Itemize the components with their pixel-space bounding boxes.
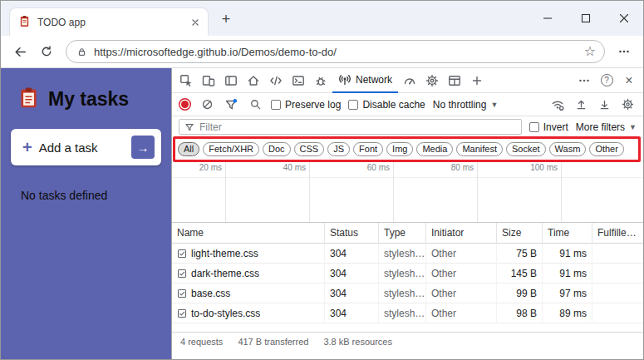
more-filters-dropdown[interactable]: More filters ▼ xyxy=(576,121,637,133)
add-task-button[interactable]: + Add a task → xyxy=(11,129,161,165)
filter-chip-media[interactable]: Media xyxy=(416,142,453,156)
lock-icon xyxy=(76,47,87,57)
inspect-icon[interactable] xyxy=(175,70,197,91)
cell-time: 89 ms xyxy=(543,303,592,323)
column-header-fulfilled[interactable]: Fulfille… xyxy=(592,223,643,244)
filter-chip-css[interactable]: CSS xyxy=(294,142,325,156)
tick-label: 40 ms xyxy=(273,163,306,172)
cell-type: stylesh… xyxy=(379,244,426,264)
tab-network[interactable]: Network xyxy=(332,68,398,93)
cell-initiator: Other xyxy=(426,303,497,323)
new-tab-button[interactable]: + xyxy=(215,8,237,30)
minimize-button[interactable] xyxy=(528,1,567,36)
sources-debug-icon[interactable] xyxy=(310,70,332,91)
tab-close-icon[interactable] xyxy=(188,15,203,30)
close-window-button[interactable] xyxy=(605,1,643,36)
resources-size: 3.8 kB resources xyxy=(323,337,392,347)
browser-tab-todo-app[interactable]: TODO app xyxy=(9,7,209,36)
table-header-row: Name Status Type Initiator Size Time Ful… xyxy=(172,223,643,244)
browser-toolbar: https://microsoftedge.github.io/Demos/de… xyxy=(1,36,643,68)
home-icon[interactable] xyxy=(243,70,264,91)
column-header-status[interactable]: Status xyxy=(325,223,379,244)
filter-input-box[interactable] xyxy=(179,119,522,135)
more-filters-label: More filters xyxy=(576,121,625,133)
checkbox-icon[interactable] xyxy=(348,100,358,110)
filter-chip-socket[interactable]: Socket xyxy=(506,142,546,156)
filter-chip-js[interactable]: JS xyxy=(327,142,350,156)
checkbox-icon[interactable] xyxy=(271,100,281,110)
table-row[interactable]: base.css 304 stylesh… Other 99 B 97 ms xyxy=(172,284,643,303)
application-icon[interactable] xyxy=(444,70,465,91)
preserve-log-checkbox[interactable]: Preserve log xyxy=(271,99,341,111)
stylesheet-file-icon xyxy=(177,269,187,279)
cell-status: 304 xyxy=(325,284,379,303)
refresh-button[interactable] xyxy=(34,39,59,64)
cell-time: 91 ms xyxy=(543,264,592,284)
more-tabs-plus-icon[interactable] xyxy=(466,70,488,91)
submit-task-arrow-button[interactable]: → xyxy=(131,136,155,159)
filter-chip-all[interactable]: All xyxy=(178,142,199,156)
checkbox-icon[interactable] xyxy=(529,122,539,132)
cell-type: stylesh… xyxy=(379,264,426,284)
console-icon[interactable] xyxy=(288,70,309,91)
table-row[interactable]: to-do-styles.css 304 stylesh… Other 98 B… xyxy=(172,303,643,323)
cell-initiator: Other xyxy=(426,244,497,264)
close-devtools-icon[interactable]: × xyxy=(618,70,640,91)
help-icon[interactable]: ? xyxy=(596,70,617,91)
record-button[interactable] xyxy=(181,101,189,108)
tab-title: TODO app xyxy=(37,17,181,28)
network-conditions-icon[interactable] xyxy=(548,96,567,114)
network-settings-gear-icon[interactable] xyxy=(618,96,637,114)
filter-chip-fetch-xhr[interactable]: Fetch/XHR xyxy=(203,142,259,156)
table-row[interactable]: dark-theme.css 304 stylesh… Other 145 B … xyxy=(172,264,643,284)
timeline-overview[interactable]: 20 ms 40 ms 60 ms 80 ms 100 ms xyxy=(172,160,643,223)
filter-chip-wasm[interactable]: Wasm xyxy=(549,142,587,156)
cell-name[interactable]: to-do-styles.css xyxy=(172,303,325,323)
page-title: My tasks xyxy=(48,88,129,111)
import-har-icon[interactable] xyxy=(572,96,590,114)
clear-icon[interactable] xyxy=(199,96,215,113)
export-har-icon[interactable] xyxy=(595,96,613,114)
cell-name[interactable]: base.css xyxy=(172,284,325,303)
tasks-header: My tasks xyxy=(1,68,171,112)
browser-more-menu-icon[interactable] xyxy=(612,39,637,64)
filter-chip-font[interactable]: Font xyxy=(353,142,383,156)
todo-app-panel: My tasks + Add a task → No tasks defined xyxy=(1,68,171,359)
device-emulation-icon[interactable] xyxy=(198,70,219,91)
filter-chip-img[interactable]: Img xyxy=(386,142,413,156)
filter-chip-doc[interactable]: Doc xyxy=(263,142,291,156)
back-button[interactable] xyxy=(7,39,32,64)
maximize-button[interactable] xyxy=(567,1,605,36)
cell-name[interactable]: dark-theme.css xyxy=(172,264,325,284)
filter-funnel-icon[interactable] xyxy=(223,96,239,113)
throttling-dropdown[interactable]: No throttling ▼ xyxy=(433,99,499,111)
memory-gear-icon[interactable] xyxy=(421,70,443,91)
cell-status: 304 xyxy=(325,244,379,264)
cell-size: 75 B xyxy=(497,244,543,264)
column-header-initiator[interactable]: Initiator xyxy=(426,223,497,244)
invert-checkbox[interactable]: Invert xyxy=(529,121,568,133)
elements-icon[interactable] xyxy=(265,70,287,91)
url-text[interactable]: https://microsoftedge.github.io/Demos/de… xyxy=(94,46,578,58)
search-icon[interactable] xyxy=(247,96,263,113)
network-filter-input[interactable] xyxy=(199,121,516,133)
devtools-more-menu-icon[interactable] xyxy=(573,70,595,91)
dock-panel-icon[interactable] xyxy=(220,70,242,91)
filter-chip-other[interactable]: Other xyxy=(589,142,624,156)
column-header-name[interactable]: Name xyxy=(172,223,325,244)
cell-fulfilled xyxy=(592,303,643,323)
cell-name[interactable]: light-theme.css xyxy=(172,244,325,264)
column-header-type[interactable]: Type xyxy=(379,223,426,244)
column-header-size[interactable]: Size xyxy=(497,223,543,244)
favorite-star-icon[interactable]: ☆ xyxy=(584,45,596,58)
stylesheet-file-icon xyxy=(177,249,187,259)
disable-cache-checkbox[interactable]: Disable cache xyxy=(348,99,425,111)
throttling-value: No throttling xyxy=(433,99,487,111)
table-row[interactable]: light-theme.css 304 stylesh… Other 75 B … xyxy=(172,244,643,264)
performance-icon[interactable] xyxy=(399,70,420,91)
address-bar[interactable]: https://microsoftedge.github.io/Demos/de… xyxy=(66,40,605,63)
request-type-filters: All Fetch/XHR Doc CSS JS Font Img Media … xyxy=(172,138,643,160)
plus-icon: + xyxy=(22,139,32,155)
column-header-time[interactable]: Time xyxy=(543,223,592,244)
filter-chip-manifest[interactable]: Manifest xyxy=(456,142,503,156)
